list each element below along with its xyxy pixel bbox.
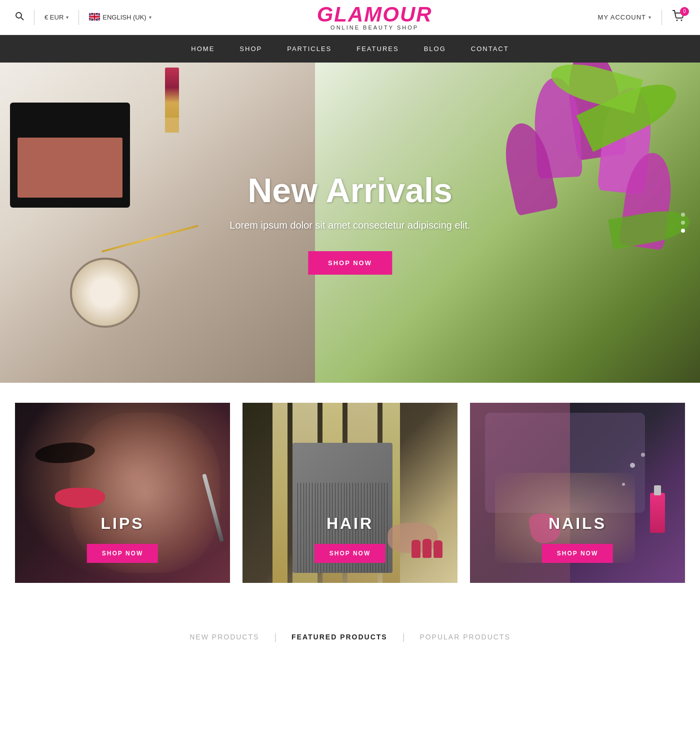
hair-label: HAIR bbox=[326, 514, 374, 533]
currency-selector[interactable]: € EUR ▾ bbox=[44, 14, 68, 21]
leaf-3 bbox=[608, 206, 692, 250]
lips-label: LIPS bbox=[100, 514, 144, 533]
palette bbox=[10, 103, 130, 208]
hero-shop-now-button[interactable]: SHOP NOW bbox=[308, 251, 392, 275]
my-account-button[interactable]: MY ACCOUNT ▾ bbox=[598, 14, 652, 21]
hero-subtitle: Lorem ipsum dolor sit amet consectetur a… bbox=[230, 220, 470, 231]
nav-item-home[interactable]: HOME bbox=[191, 45, 214, 53]
svg-point-0 bbox=[16, 13, 22, 18]
category-lips[interactable]: LIPS SHOP NOW bbox=[15, 403, 230, 583]
logo-title: GLAMOUR bbox=[317, 4, 432, 25]
lips-shop-button[interactable]: SHOP NOW bbox=[87, 544, 158, 563]
language-label: ENGLISH (UK) bbox=[102, 14, 146, 21]
category-hair[interactable]: HAIR SHOP NOW bbox=[242, 403, 458, 583]
nav-item-shop[interactable]: SHOP bbox=[240, 45, 262, 53]
cart-button[interactable]: 0 bbox=[672, 10, 685, 25]
logo-subtitle: ONLINE BEAUTY SHOP bbox=[317, 25, 432, 31]
hero-section: New Arrivals Lorem ipsum dolor sit amet … bbox=[0, 63, 700, 383]
language-chevron: ▾ bbox=[149, 15, 152, 20]
flag-icon bbox=[89, 13, 100, 22]
nav-item-particles[interactable]: PARTICLES bbox=[287, 45, 332, 53]
nav-item-blog[interactable]: BLOG bbox=[424, 45, 446, 53]
tab-popular-products[interactable]: POPULAR PRODUCTS bbox=[404, 628, 525, 646]
nails-shop-button[interactable]: SHOP NOW bbox=[542, 544, 613, 563]
my-account-label: MY ACCOUNT bbox=[598, 14, 646, 21]
tab-new-products[interactable]: NEW PRODUCTS bbox=[174, 628, 274, 646]
hair-shop-button[interactable]: SHOP NOW bbox=[314, 544, 386, 563]
logo[interactable]: GLAMOUR ONLINE BEAUTY SHOP bbox=[317, 4, 432, 31]
cart-count: 0 bbox=[680, 7, 689, 16]
hero-content: New Arrivals Lorem ipsum dolor sit amet … bbox=[230, 171, 470, 275]
divider bbox=[34, 10, 34, 25]
language-selector[interactable]: ENGLISH (UK) ▾ bbox=[89, 13, 151, 22]
lips-shape bbox=[55, 488, 105, 508]
categories-section: LIPS SHOP NOW bbox=[0, 383, 700, 603]
divider3 bbox=[662, 10, 662, 25]
nails-label: NAILS bbox=[548, 514, 606, 533]
svg-point-8 bbox=[681, 20, 682, 21]
currency-label: € EUR bbox=[44, 14, 64, 21]
svg-line-1 bbox=[21, 18, 24, 20]
palette-color bbox=[18, 138, 122, 198]
my-account-chevron: ▾ bbox=[648, 15, 652, 20]
nav-item-contact[interactable]: CONTACT bbox=[471, 45, 509, 53]
lipstick bbox=[165, 68, 179, 133]
top-bar-right: MY ACCOUNT ▾ 0 bbox=[598, 10, 685, 25]
products-tabs: NEW PRODUCTS | FEATURED PRODUCTS | POPUL… bbox=[20, 628, 680, 646]
category-nails[interactable]: NAILS SHOP NOW bbox=[470, 403, 685, 583]
top-bar: € EUR ▾ ENGLISH (UK) ▾ bbox=[0, 0, 700, 35]
search-icon[interactable] bbox=[15, 12, 24, 23]
currency-chevron: ▾ bbox=[66, 15, 68, 20]
divider2 bbox=[78, 10, 79, 25]
powder-compact bbox=[70, 258, 140, 328]
slider-dot-2[interactable] bbox=[681, 221, 685, 225]
svg-point-7 bbox=[676, 20, 678, 21]
top-bar-left: € EUR ▾ ENGLISH (UK) ▾ bbox=[15, 10, 152, 25]
slider-dot-3[interactable] bbox=[681, 229, 685, 233]
nav-item-features[interactable]: FEATURES bbox=[356, 45, 398, 53]
tab-featured-products[interactable]: FEATURED PRODUCTS bbox=[276, 628, 402, 646]
products-section: NEW PRODUCTS | FEATURED PRODUCTS | POPUL… bbox=[0, 603, 700, 661]
gold-chain bbox=[102, 225, 198, 253]
slider-dot-1[interactable] bbox=[681, 213, 685, 217]
main-navigation: HOME SHOP PARTICLES FEATURES BLOG CONTAC… bbox=[0, 35, 700, 63]
slider-dots bbox=[681, 213, 685, 233]
hero-title: New Arrivals bbox=[230, 171, 470, 210]
